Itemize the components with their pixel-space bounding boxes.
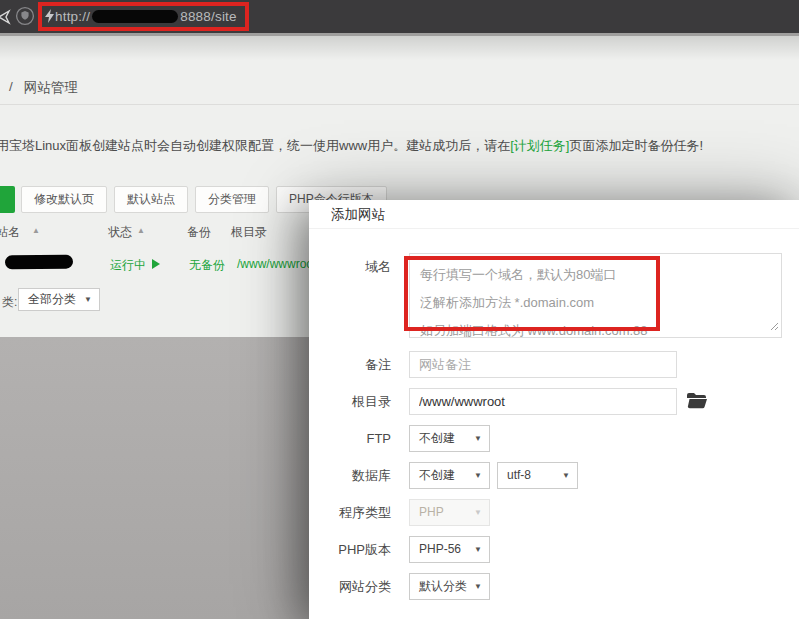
- sitecategory-label: 网站分类: [309, 573, 391, 600]
- ftp-select-value: 不创建: [419, 431, 455, 445]
- partial-cursor-icon: [0, 9, 11, 29]
- dropdown-arrow-icon: ▼: [474, 426, 482, 451]
- domain-placeholder-line: 如另加端口格式为 www.domain.com:88: [420, 317, 771, 345]
- folder-browse-icon[interactable]: [686, 392, 708, 413]
- modal-title: 添加网站: [331, 200, 385, 229]
- table-header-rootdir: 根目录: [231, 224, 267, 241]
- category-filter-select[interactable]: 全部分类 ▼: [18, 288, 100, 311]
- apptype-select-disabled: PHP ▼: [409, 499, 490, 526]
- table-header-backup: 备份: [187, 224, 211, 241]
- url-redaction-bar: [92, 10, 178, 23]
- site-backup-link[interactable]: 无备份: [189, 257, 225, 274]
- breadcrumb-divider: [0, 104, 799, 105]
- database-select-value: 不创建: [419, 468, 455, 482]
- phpversion-select[interactable]: PHP-56 ▼: [409, 536, 490, 563]
- site-root-path-link[interactable]: /www/wwwroot: [237, 257, 316, 271]
- ftp-select[interactable]: 不创建 ▼: [409, 425, 490, 452]
- apptype-select-value: PHP: [419, 505, 444, 519]
- category-manage-button[interactable]: 分类管理: [195, 186, 269, 213]
- breadcrumb: / 网站管理: [9, 79, 78, 97]
- ftp-label: FTP: [309, 425, 391, 452]
- play-icon[interactable]: [152, 259, 160, 269]
- sort-asc-icon[interactable]: ▲: [32, 226, 40, 235]
- filter-label: 类:: [2, 294, 17, 311]
- domain-placeholder-line: 每行填写一个域名，默认为80端口: [420, 261, 771, 289]
- modal-header: 添加网站: [309, 200, 799, 229]
- domain-textarea[interactable]: 每行填写一个域名，默认为80端口 泛解析添加方法 *.domain.com 如另…: [409, 253, 782, 338]
- breadcrumb-separator: /: [9, 79, 13, 97]
- modify-default-page-button[interactable]: 修改默认页: [21, 186, 107, 213]
- phpversion-select-value: PHP-56: [419, 542, 461, 556]
- url-prefix: http://: [55, 9, 90, 24]
- sitecategory-select-value: 默认分类: [419, 579, 467, 593]
- lightning-icon: [45, 9, 55, 27]
- default-site-button[interactable]: 默认站点: [114, 186, 188, 213]
- shield-extension-icon[interactable]: [15, 6, 35, 30]
- remark-label: 备注: [309, 351, 391, 378]
- browser-bar-underline: [0, 33, 799, 36]
- sitecategory-select[interactable]: 默认分类 ▼: [409, 573, 490, 600]
- notice-text-before: 用宝塔Linux面板创建站点时会自动创建权限配置，统一使用www用户。建站成功后…: [0, 138, 510, 153]
- panel-notice: 用宝塔Linux面板创建站点时会自动创建权限配置，统一使用www用户。建站成功后…: [0, 137, 703, 155]
- category-filter-value: 全部分类: [28, 292, 76, 306]
- cron-tasks-link[interactable]: [计划任务]: [510, 138, 569, 153]
- notice-text-after: 页面添加定时备份任务!: [569, 138, 703, 153]
- phpversion-label: PHP版本: [309, 536, 391, 563]
- url-text[interactable]: http:// 8888/site: [55, 0, 237, 33]
- rootdir-input[interactable]: [409, 388, 677, 415]
- domain-label: 域名: [309, 253, 391, 280]
- add-website-modal: 添加网站 域名 每行填写一个域名，默认为80端口 泛解析添加方法 *.domai…: [309, 200, 799, 619]
- browser-address-bar[interactable]: http:// 8888/site: [0, 0, 799, 33]
- charset-select[interactable]: utf-8 ▼: [497, 462, 578, 489]
- table-header-sitename[interactable]: 网站名: [0, 224, 20, 241]
- site-status[interactable]: 运行中: [110, 257, 160, 274]
- dropdown-arrow-icon: ▼: [474, 463, 482, 488]
- screen: http:// 8888/site / 网站管理 用宝塔Linux面板创建站点时…: [0, 0, 799, 619]
- apptype-label: 程序类型: [309, 499, 391, 526]
- database-select[interactable]: 不创建 ▼: [409, 462, 490, 489]
- url-suffix: 8888/site: [180, 9, 237, 24]
- resize-handle-icon[interactable]: [770, 317, 779, 335]
- sort-asc-icon[interactable]: ▲: [137, 226, 145, 235]
- dropdown-arrow-icon: ▼: [474, 537, 482, 562]
- browser-bar-shadow: [0, 36, 799, 60]
- sitename-redaction-bar: [5, 255, 73, 270]
- add-site-button[interactable]: 添加站点: [0, 186, 15, 213]
- charset-select-value: utf-8: [507, 468, 531, 482]
- dropdown-arrow-icon: ▼: [84, 289, 92, 310]
- domain-placeholder-line: 泛解析添加方法 *.domain.com: [420, 289, 771, 317]
- breadcrumb-current[interactable]: 网站管理: [24, 79, 78, 97]
- remark-input[interactable]: [409, 351, 677, 378]
- database-label: 数据库: [309, 462, 391, 489]
- dropdown-arrow-icon: ▼: [474, 500, 482, 525]
- rootdir-label: 根目录: [309, 388, 391, 415]
- dropdown-arrow-icon: ▼: [474, 574, 482, 599]
- dropdown-arrow-icon: ▼: [562, 463, 570, 488]
- table-header-status[interactable]: 状态: [108, 224, 132, 241]
